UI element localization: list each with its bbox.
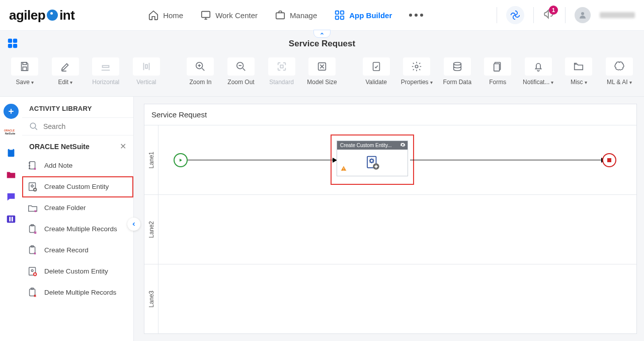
svg-point-20 [415,65,418,68]
form-data-button[interactable]: Form Data [439,56,475,86]
svg-rect-41 [30,247,35,254]
lib-item-create-folder[interactable]: Create Folder [22,197,133,219]
zoom-out-label: Zoom Out [227,79,254,86]
connector-1[interactable] [188,160,334,161]
svg-rect-2 [336,11,339,14]
validate-button[interactable]: Validate [358,56,394,86]
misc-button[interactable]: Misc▾ [561,56,597,86]
pinwheel-button[interactable] [506,6,524,24]
lane-3: Lane3 [144,264,636,333]
zoom-in-label: Zoom In [189,79,211,86]
title-bar: Service Request [0,30,644,56]
custom-entity-icon [27,181,38,192]
lane-1-label[interactable]: Lane1 [144,125,158,194]
search-input[interactable] [43,122,126,130]
library-search[interactable] [22,117,133,135]
category-header: ORACLE NetSuite ✕ [22,135,133,155]
user-icon [578,11,587,20]
folder-fill-icon [6,169,17,180]
rail-add-button[interactable] [4,104,19,119]
standard-label: Standard [269,79,294,86]
save-label: Save [16,79,30,86]
plus-icon [7,107,15,115]
avatar[interactable] [575,7,591,23]
zoom-out-button[interactable]: Zoom Out [223,56,259,86]
model-size-label: Model Size [307,79,337,86]
svg-rect-1 [276,13,285,19]
svg-rect-4 [336,16,339,19]
lane-2-body[interactable] [158,195,636,264]
svg-rect-3 [341,11,344,14]
activity-library-panel: ACTIVITY LIBRARY ORACLE NetSuite ✕ Add N… [22,97,134,341]
lib-item-label: Create Multiple Records [44,225,117,233]
lib-item-delete-custom-entity[interactable]: Delete Custom Entity [22,261,133,282]
lane-3-label[interactable]: Lane3 [144,264,158,333]
forms-button[interactable]: Forms [480,56,516,86]
svg-rect-9 [8,44,12,48]
user-name-redacted [600,12,635,18]
lane-3-body[interactable] [158,264,636,333]
rail-chat[interactable] [4,189,19,204]
chevron-down-icon: ▾ [629,80,632,85]
category-name: ORACLE NetSuite [29,143,90,151]
chat-icon [6,191,17,202]
save-button[interactable]: Save▾ [7,56,43,86]
lib-item-create-multiple-records[interactable]: Create Multiple Records [22,219,133,240]
columns-icon [6,214,17,225]
lib-item-create-record[interactable]: Create Record [22,240,133,261]
rail-folder[interactable] [4,167,19,182]
vertical-button[interactable]: Vertical [129,56,165,86]
lib-item-create-custom-entity[interactable]: Create Custom Entity [22,176,133,197]
lane-2-label-text: Lane2 [148,221,155,238]
briefcase-icon [275,10,286,21]
stop-icon [607,158,611,162]
create-folder-icon [27,202,38,214]
bell-icon [533,61,544,72]
rail-clipboard[interactable] [4,145,19,160]
ml-ai-button[interactable]: ML & AI▾ [602,56,637,86]
start-node[interactable] [174,153,188,167]
model-size-button[interactable]: Model Size [304,56,340,86]
lane-1-body[interactable]: Create Custom Entity... [158,125,636,194]
connector-2[interactable] [410,160,602,161]
process-canvas[interactable]: Service Request Lane1 Create Custom En [144,104,637,334]
task-gear-button[interactable] [400,142,406,149]
properties-button[interactable]: Properties▾ [399,56,435,86]
horizontal-button[interactable]: Horizontal [88,56,124,86]
collapse-header-button[interactable] [313,30,331,38]
task-create-custom-entity[interactable]: Create Custom Entity... [337,141,408,176]
zoom-in-button[interactable]: Zoom In [183,56,218,86]
library-list: Add Note Create Custom Entity Create Fol… [22,155,133,303]
logo-dot-icon [47,10,58,21]
edit-button[interactable]: Edit▾ [48,56,84,86]
lib-item-add-note[interactable]: Add Note [22,155,133,176]
rail-columns[interactable] [4,212,19,227]
lib-item-delete-multiple-records[interactable]: Delete Multiple Records [22,282,133,303]
lane-2-label[interactable]: Lane2 [144,195,158,264]
svg-rect-23 [494,64,500,72]
end-node[interactable] [602,153,616,167]
standard-button[interactable]: Standard [264,56,299,86]
view-grid-button[interactable] [7,38,18,51]
notifications-button-tb[interactable]: Notificat...▾ [521,56,556,86]
svg-rect-39 [30,226,35,233]
collapse-panel-button[interactable] [127,218,140,231]
nav-app-builder[interactable]: App Builder [334,10,392,21]
save-icon [19,61,30,72]
chevron-down-icon: ▾ [70,80,72,85]
nav-work-center[interactable]: Work Center [200,10,258,21]
nav-more[interactable] [409,14,423,17]
svg-point-49 [370,159,373,162]
notifications-button[interactable]: 1 [543,8,556,23]
nav-home[interactable]: Home [148,10,183,21]
edit-icon [60,61,71,72]
align-horizontal-icon [100,61,111,72]
play-icon [178,158,183,163]
nav-manage[interactable]: Manage [275,10,317,21]
svg-rect-29 [9,217,11,221]
svg-rect-32 [30,162,35,169]
align-vertical-icon [141,61,152,72]
close-category-button[interactable]: ✕ [120,142,126,151]
rail-oracle-netsuite[interactable]: ORACLENetSuite [4,126,19,138]
zoom-in-icon [195,61,206,72]
